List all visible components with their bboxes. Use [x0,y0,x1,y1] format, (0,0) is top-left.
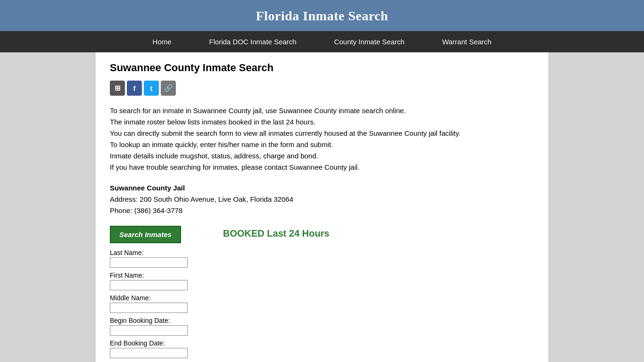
desc-line-5: Inmate details include mugshot, status, … [110,150,534,162]
nav-florida-doc[interactable]: Florida DOC Inmate Search [190,31,315,52]
middle-name-group: Middle Name: [110,294,204,313]
last-name-input[interactable] [110,257,188,268]
main-wrapper: Suwannee County Inmate Search ⊞ f t 🔗 To… [0,52,644,362]
booked-col: BOOKED Last 24 Hours [223,226,534,239]
middle-name-input[interactable] [110,303,188,313]
nav-warrant[interactable]: Warrant Search [423,31,510,52]
desc-line-6: If you have trouble searching for inmate… [110,162,534,173]
jail-phone: Phone: (386) 364-3778 [110,205,534,216]
search-section: Search Inmates Last Name: First Name: Mi… [110,226,534,362]
first-name-label: First Name: [110,272,204,279]
nav-county-inmate[interactable]: County Inmate Search [315,31,423,52]
first-name-input[interactable] [110,280,188,290]
desc-line-1: To search for an inmate in Suwannee Coun… [110,105,534,116]
begin-booking-label: Begin Booking Date: [110,317,204,324]
site-header: Florida Inmate Search [0,0,644,31]
search-inmates-button[interactable]: Search Inmates [110,226,181,243]
last-name-group: Last Name: [110,249,204,268]
site-title: Florida Inmate Search [0,8,644,24]
page-title: Suwannee County Inmate Search [110,62,534,74]
jail-address: Address: 200 South Ohio Avenue, Live Oak… [110,194,534,205]
end-booking-input[interactable] [110,348,188,358]
search-form-col: Search Inmates Last Name: First Name: Mi… [110,226,204,362]
share-icon[interactable]: ⊞ [110,81,125,96]
jail-name: Suwannee County Jail [110,182,534,194]
end-booking-group: End Booking Date: [110,339,204,358]
facebook-icon[interactable]: f [127,81,142,96]
middle-name-label: Middle Name: [110,294,204,302]
booked-title: BOOKED Last 24 Hours [223,228,534,239]
end-booking-label: End Booking Date: [110,339,204,347]
link-icon[interactable]: 🔗 [161,81,176,96]
begin-booking-input[interactable] [110,325,188,336]
desc-line-4: To lookup an inmate quickly, enter his/h… [110,139,534,150]
social-icons: ⊞ f t 🔗 [110,81,534,96]
navbar: Home Florida DOC Inmate Search County In… [0,31,644,52]
description-section: To search for an inmate in Suwannee Coun… [110,105,534,173]
jail-info: Suwannee County Jail Address: 200 South … [110,182,534,216]
twitter-icon[interactable]: t [144,81,159,96]
desc-line-2: The inmate roster below lists inmates bo… [110,116,534,128]
last-name-label: Last Name: [110,249,204,256]
begin-booking-group: Begin Booking Date: [110,317,204,336]
nav-home[interactable]: Home [134,31,190,52]
first-name-group: First Name: [110,272,204,290]
desc-line-3: You can directly submit the search form … [110,128,534,139]
content-area: Suwannee County Inmate Search ⊞ f t 🔗 To… [96,52,548,362]
